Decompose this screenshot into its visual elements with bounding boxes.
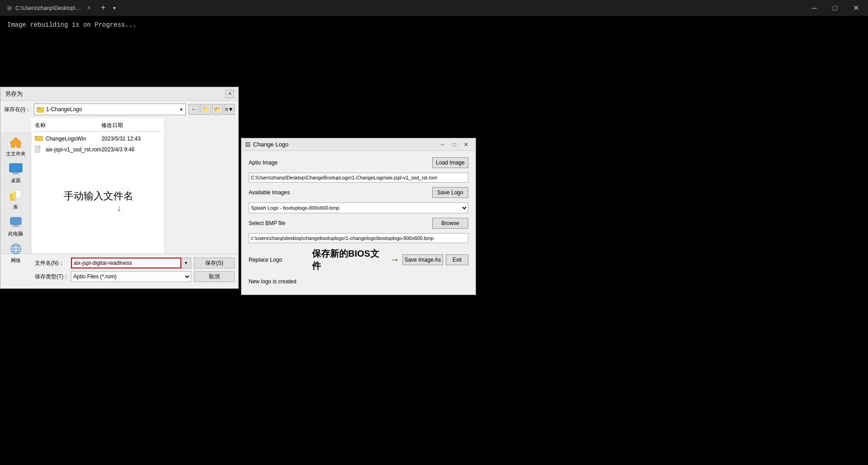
terminal-dropdown-button[interactable]: ▾ <box>110 3 118 13</box>
replace-logo-row: Replace Logo 保存新的BIOS文件 → Save Image As … <box>249 248 468 272</box>
save-logo-button[interactable]: Save Logo <box>432 187 468 198</box>
filename-dropdown[interactable]: ▼ <box>181 258 191 268</box>
saveas-file-list: 名称 修改日期 ChangeLogoWin 2023/5/31 12:43 ai… <box>31 118 164 254</box>
changelogo-minimize-button[interactable]: ─ <box>437 140 448 149</box>
aptio-label: Aptio Image <box>249 160 307 166</box>
browse-button[interactable]: Browse <box>432 218 468 229</box>
view-button[interactable]: ≡▼ <box>224 104 235 115</box>
annotation-bios-text: 保存新的BIOS文件 <box>312 248 386 272</box>
changelogo-icon: 🖼 <box>245 141 250 148</box>
svg-marker-2 <box>10 137 22 147</box>
changelogo-body: Aptio Image Load Image Available Images … <box>241 151 476 295</box>
status-text: New logo is created <box>249 278 296 285</box>
terminal-topbar: ⊞ C:\Users\zhanp\Desktop\Cha ✕ + ▾ ─ □ ✕ <box>0 0 868 16</box>
back-button[interactable]: ← <box>189 104 199 115</box>
sidebar-item-computer[interactable]: 此电脑 <box>0 213 31 239</box>
network-icon <box>9 242 23 256</box>
sidebar-item-network[interactable]: 网络 <box>0 240 31 266</box>
bmp-path-row <box>249 233 468 243</box>
location-arrow: ▼ <box>179 107 184 112</box>
terminal-add-tab-button[interactable]: + <box>96 1 110 14</box>
svg-rect-10 <box>14 225 18 226</box>
sidebar-item-desktop[interactable]: 桌面 <box>0 160 31 186</box>
changelogo-titlebar: 🖼 Change Logo ─ □ ✕ <box>241 138 476 151</box>
svg-rect-9 <box>10 217 21 225</box>
terminal-minimize-button[interactable]: ─ <box>804 1 825 15</box>
svg-rect-11 <box>12 226 19 227</box>
file-name-aix: aix-jspl-v1_ssd_rst.rom <box>46 146 101 153</box>
saveas-titlebar: 另存为 ✕ <box>0 87 238 101</box>
annotation-arrow-right: → <box>390 254 400 266</box>
console-text: Image rebuilding is on Progress... <box>7 21 137 28</box>
file-name-changelogowin: ChangeLogoWin <box>46 136 101 142</box>
changelogo-dialog: 🖼 Change Logo ─ □ ✕ Aptio Image Load Ima… <box>241 138 476 295</box>
desktop-icon <box>9 162 23 176</box>
sidebar-item-home[interactable]: 主文件夹 <box>0 133 31 159</box>
filename-input[interactable] <box>71 258 181 268</box>
home-icon <box>9 135 23 150</box>
terminal-content: Image rebuilding is on Progress... <box>0 16 868 34</box>
terminal-maximize-button[interactable]: □ <box>825 1 845 15</box>
saveas-dialog: 另存为 ✕ 保存在(I)： 1-ChangeLogo ▼ ← 📁 📂 ≡▼ <box>0 87 239 289</box>
annotation-manual-input: 手动输入文件名 <box>64 189 133 203</box>
filetype-label: 保存类型(T)： <box>35 273 71 281</box>
location-box[interactable]: 1-ChangeLogo ▼ <box>34 103 186 115</box>
annotation-manual-input-text: 手动输入文件名 <box>64 190 133 202</box>
sidebar-library-label: 库 <box>13 204 18 211</box>
file-icon-aix <box>35 146 43 154</box>
filename-label: 文件名(N)： <box>35 259 71 267</box>
terminal-close-button[interactable]: ✕ <box>845 1 866 15</box>
svg-rect-18 <box>35 136 38 137</box>
saveas-close-button[interactable]: ✕ <box>226 90 234 98</box>
replace-logo-label: Replace Logo <box>249 257 307 263</box>
load-image-button[interactable]: Load Image <box>432 157 468 168</box>
changelogo-close-button[interactable]: ✕ <box>460 140 472 149</box>
computer-icon <box>9 215 23 230</box>
aptio-image-row: Aptio Image Load Image <box>249 157 468 168</box>
saveas-content-area: 主文件夹 桌面 库 此电脑 <box>0 118 238 254</box>
saveas-toolbar: 保存在(I)： 1-ChangeLogo ▼ ← 📁 📂 ≡▼ <box>0 101 238 118</box>
file-date-aix: 2023/4/3 9:46 <box>101 146 160 153</box>
terminal-tab-label: C:\Users\zhanp\Desktop\Cha <box>15 5 83 11</box>
filename-input-box: ▼ <box>71 258 191 268</box>
terminal-tab-close[interactable]: ✕ <box>87 5 91 11</box>
svg-rect-5 <box>12 174 19 174</box>
toolbar-buttons: ← 📁 📂 ≡▼ <box>189 104 235 115</box>
sidebar-desktop-label: 桌面 <box>11 177 21 184</box>
terminal-tab[interactable]: ⊞ C:\Users\zhanp\Desktop\Cha ✕ <box>2 2 96 14</box>
location-text: 1-ChangeLogo <box>46 106 179 113</box>
filetype-select[interactable]: Aptio Files (*.rom) <box>71 271 191 282</box>
saveas-title: 另存为 <box>5 90 226 98</box>
file-row-aix[interactable]: aix-jspl-v1_ssd_rst.rom 2023/4/3 9:46 <box>35 144 160 155</box>
sidebar-item-library[interactable]: 库 <box>0 187 31 212</box>
sidebar-network-label: 网络 <box>11 257 21 264</box>
filename-row: 文件名(N)： ▼ 保存(S) <box>4 258 235 268</box>
aptio-path-input[interactable] <box>249 173 468 183</box>
svg-rect-3 <box>9 164 22 172</box>
select-bmp-label: Select BMP file <box>249 220 307 226</box>
svg-rect-8 <box>16 190 21 198</box>
filetype-row: 保存类型(T)： Aptio Files (*.rom) 取消 <box>4 271 235 282</box>
available-label: Available Images <box>249 189 307 196</box>
aptio-path-row <box>249 173 468 183</box>
sidebar-home-label: 主文件夹 <box>6 150 26 157</box>
exit-button[interactable]: Exit <box>446 254 468 265</box>
location-label: 保存在(I)： <box>4 106 31 113</box>
library-icon <box>9 188 23 203</box>
svg-rect-1 <box>37 107 40 108</box>
available-select-row: Splash Logo - bootuplogo-800x600.bmp <box>249 202 468 213</box>
cancel-button[interactable]: 取消 <box>194 271 235 282</box>
new-folder-button[interactable]: 📁 <box>200 104 211 115</box>
available-images-select[interactable]: Splash Logo - bootuplogo-800x600.bmp <box>249 202 468 213</box>
select-bmp-row: Select BMP file Browse <box>249 218 468 229</box>
file-row-changelogowin[interactable]: ChangeLogoWin 2023/5/31 12:43 <box>35 133 160 144</box>
available-images-row: Available Images Save Logo <box>249 187 468 198</box>
status-row: New logo is created <box>249 277 468 285</box>
bmp-path-input[interactable] <box>249 233 468 243</box>
changelogo-maximize-button[interactable]: □ <box>448 140 460 149</box>
annotation-arrow-down: ↓ <box>117 204 121 213</box>
folder-up-button[interactable]: 📂 <box>212 104 223 115</box>
changelogo-title: Change Logo <box>253 141 437 148</box>
save-button[interactable]: 保存(S) <box>194 258 235 268</box>
save-image-as-button[interactable]: Save Image As <box>402 254 443 265</box>
